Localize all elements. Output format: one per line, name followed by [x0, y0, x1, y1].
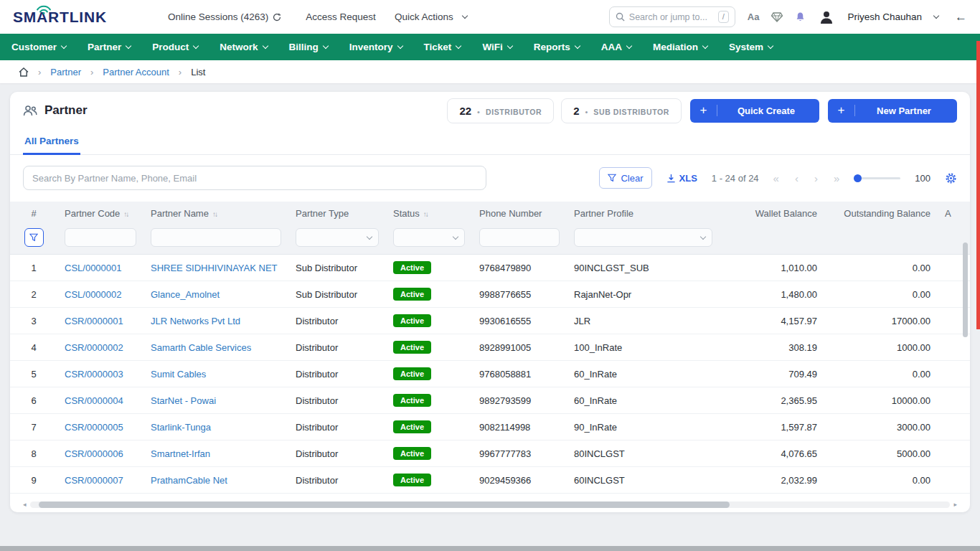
nav-item[interactable]: Product [152, 42, 198, 52]
partner-code-link[interactable]: CSR/0000003 [65, 369, 123, 380]
nav-item[interactable]: WiFi [482, 42, 512, 52]
partner-profile: 90INCLGST_SUB [567, 255, 720, 281]
col-phone-number: Phone Number [472, 202, 567, 225]
wallet-balance: 1,597.87 [720, 414, 824, 441]
partner-code-link[interactable]: CSR/0000005 [65, 422, 123, 433]
partner-code-link[interactable]: CSL/0000002 [65, 289, 122, 300]
filter-partner-code-input[interactable] [65, 228, 136, 247]
user-avatar[interactable] [818, 9, 835, 26]
nav-item[interactable]: Customer [11, 42, 66, 52]
quick-create-button[interactable]: + Quick Create [690, 99, 819, 123]
back-arrow-icon[interactable]: ← [955, 10, 967, 24]
horizontal-scrollbar-thumb[interactable] [39, 501, 729, 508]
export-xls-button[interactable]: XLS [666, 173, 697, 184]
partner-name-link[interactable]: SHREE SIDHHIVINAYAK NET [151, 263, 278, 273]
col-partner-code[interactable]: Partner Code↑↓ [57, 202, 143, 225]
filter-partner-name-input[interactable] [151, 228, 281, 247]
outstanding-balance: 0.00 [824, 281, 938, 308]
funnel-icon [608, 174, 616, 182]
nav-item[interactable]: Mediation [653, 42, 707, 52]
global-search[interactable]: / [609, 6, 735, 27]
partner-profile: 60INCLGST [567, 467, 720, 494]
partner-name-link[interactable]: PrathamCable Net [151, 475, 227, 486]
horizontal-scrollbar-track[interactable] [30, 501, 951, 508]
sort-icon[interactable]: ↑↓ [423, 210, 428, 218]
partner-code-link[interactable]: CSR/0000002 [65, 342, 123, 353]
phone-number: 9768058881 [472, 361, 567, 387]
partner-name-link[interactable]: JLR Networks Pvt Ltd [151, 316, 240, 326]
text-size-toggle[interactable]: Aa [748, 11, 760, 22]
first-page-icon[interactable]: « [773, 173, 779, 184]
user-name[interactable]: Priyesh Chauhan [847, 11, 922, 22]
filter-partner-profile-select[interactable] [574, 228, 712, 247]
table-settings-gear-icon[interactable] [945, 172, 957, 184]
row-index: 3 [10, 308, 57, 334]
theme-icon[interactable] [771, 12, 783, 22]
nav-item[interactable]: System [729, 42, 773, 52]
filter-funnel-button[interactable] [24, 228, 44, 247]
nav-item[interactable]: Reports [534, 42, 580, 52]
slider-thumb[interactable] [854, 174, 862, 182]
nav-item[interactable]: Billing [289, 42, 328, 52]
partner-type: Distributor [288, 334, 386, 361]
quick-actions-menu[interactable]: Quick Actions [395, 11, 467, 22]
partner-code-link[interactable]: CSR/0000004 [65, 395, 123, 406]
partner-name-link[interactable]: Sumit Cables [151, 369, 206, 380]
vertical-scrollbar-thumb[interactable] [963, 242, 968, 337]
row-index: 8 [10, 441, 57, 467]
nav-item[interactable]: AAA [601, 42, 631, 52]
home-icon[interactable] [19, 67, 29, 77]
partner-name-link[interactable]: Smartnet-Irfan [151, 448, 210, 459]
col-partner-name[interactable]: Partner Name↑↓ [143, 202, 288, 225]
col-status[interactable]: Status↑↓ [386, 202, 472, 225]
partner-name-link[interactable]: Glance_Amolnet [151, 289, 220, 300]
tab-all-partners[interactable]: All Partners [23, 136, 80, 155]
filter-phone-input[interactable] [479, 228, 560, 247]
last-page-icon[interactable]: » [834, 173, 839, 184]
breadcrumb-link-partner[interactable]: Partner [50, 67, 81, 77]
smartlink-logo[interactable]: SMARTLINK [13, 9, 154, 26]
sort-icon[interactable]: ↑↓ [123, 210, 128, 218]
nav-item[interactable]: Network [220, 42, 267, 52]
search-icon [616, 12, 625, 22]
top-header: SMARTLINK Online Sessions (4263) Access … [0, 0, 980, 34]
partner-code-link[interactable]: CSL/0000001 [65, 263, 122, 273]
phone-number: 9768479890 [472, 255, 567, 281]
filter-status-select[interactable] [393, 228, 465, 247]
global-search-input[interactable] [629, 12, 714, 22]
sort-icon[interactable]: ↑↓ [212, 210, 217, 218]
partner-profile: 60_InRate [567, 361, 720, 387]
user-menu-chevron-icon[interactable] [933, 12, 939, 18]
refresh-icon[interactable] [273, 13, 281, 22]
page-size-slider[interactable] [854, 174, 900, 182]
partner-code-link[interactable]: CSR/0000007 [65, 475, 123, 486]
partner-name-link[interactable]: StarNet - Powai [151, 395, 216, 406]
logo-text: SMARTLINK [13, 9, 107, 26]
phone-number: 9988776655 [472, 281, 567, 308]
nav-item[interactable]: Partner [88, 42, 131, 52]
filter-partner-type-select[interactable] [296, 228, 379, 247]
access-request-link[interactable]: Access Request [306, 11, 376, 22]
partner-name-link[interactable]: Samarth Cable Services [151, 342, 251, 353]
partner-search-input[interactable] [23, 166, 486, 190]
partner-type: Distributor [288, 414, 386, 441]
status-badge: Active [393, 314, 431, 327]
new-partner-button[interactable]: + New Partner [828, 99, 957, 123]
partner-code-link[interactable]: CSR/0000001 [65, 316, 123, 326]
nav-item[interactable]: Inventory [349, 42, 402, 52]
breadcrumb-link-partner-account[interactable]: Partner Account [103, 67, 169, 77]
partner-code-link[interactable]: CSR/0000006 [65, 448, 123, 459]
slider-track[interactable] [860, 177, 900, 179]
previous-page-icon[interactable]: ‹ [795, 173, 798, 184]
scroll-left-icon[interactable]: ◂ [23, 501, 27, 508]
partner-name-link[interactable]: Starlink-Tunga [151, 422, 211, 433]
scroll-right-icon[interactable]: ▸ [953, 501, 957, 508]
nav-item-label: Inventory [349, 42, 393, 52]
col-label: Status [393, 208, 420, 219]
table-toolbar: Clear XLS 1 - 24 of 24 « ‹ › » [10, 155, 970, 202]
notifications-bell-icon[interactable] [795, 11, 806, 22]
partners-icon [23, 105, 37, 116]
clear-filters-button[interactable]: Clear [599, 167, 651, 189]
nav-item[interactable]: Ticket [424, 42, 461, 52]
next-page-icon[interactable]: › [814, 173, 818, 184]
